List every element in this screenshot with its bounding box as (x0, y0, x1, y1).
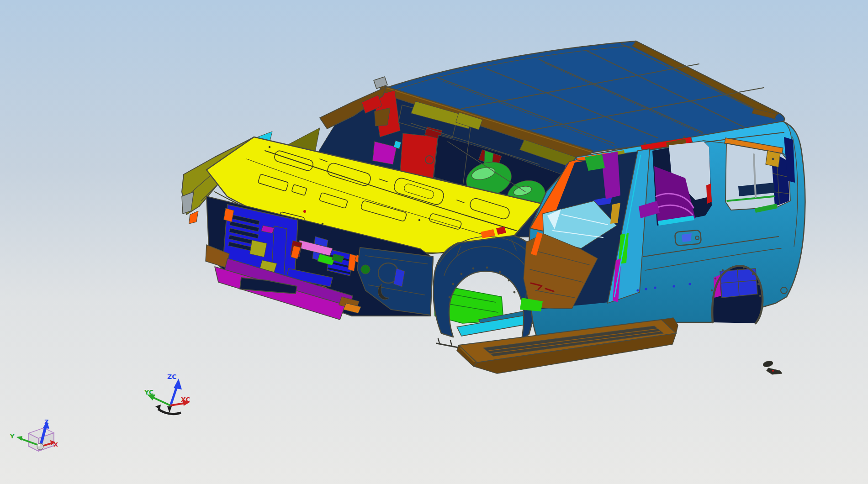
xc-axis-label: XC (181, 396, 191, 403)
yc-axis-label: YC (144, 389, 153, 396)
cad-graphics-window[interactable]: ZC YC XC Z Y X (0, 0, 868, 484)
zc-axis-label: ZC (167, 373, 176, 380)
handle-glint (682, 233, 692, 242)
apron-green-knob[interactable] (361, 265, 370, 274)
door-red-sliver[interactable] (706, 184, 712, 204)
y-axis-label: Y (10, 433, 15, 440)
bracket-red-mark (772, 370, 774, 372)
gold-plate-hole (772, 158, 774, 160)
quarter-window[interactable] (725, 143, 790, 210)
model-canvas[interactable]: ZC YC XC Z Y X (0, 0, 868, 484)
door-green-blob[interactable] (585, 154, 605, 171)
x-axis-label: X (53, 441, 58, 448)
hood-datum-marker (303, 210, 306, 213)
a-pillar-trim-red[interactable] (400, 133, 438, 178)
origin-sphere-highlight (37, 444, 40, 447)
z-axis-label: Z (44, 418, 48, 425)
